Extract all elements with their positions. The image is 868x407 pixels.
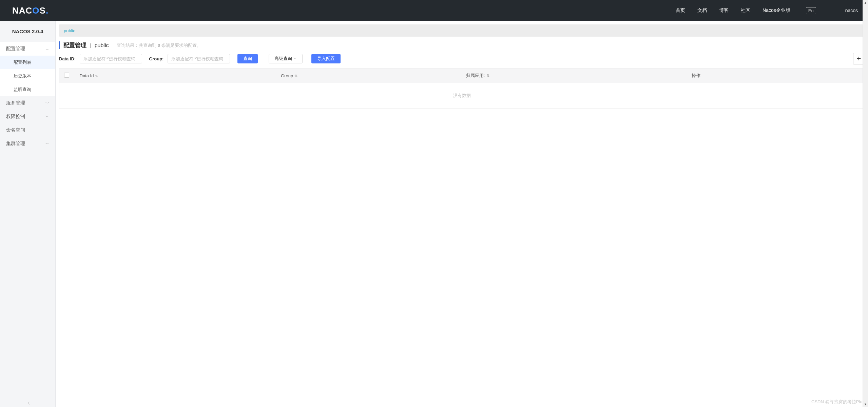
col-dataid[interactable]: Data Id⇅ <box>75 69 276 83</box>
empty-row: 没有数据 <box>59 83 865 109</box>
scroll-track[interactable] <box>863 5 868 402</box>
sidebar: NACOS 2.0.4 配置管理 ︿ 配置列表 历史版本 监听查询 服务管理 ﹀… <box>0 21 56 407</box>
import-config-button[interactable]: 导入配置 <box>311 54 341 63</box>
nav-enterprise[interactable]: Nacos企业版 <box>763 7 790 14</box>
logo-part1: NAC <box>12 5 32 16</box>
search-bar: Data ID: Group: 查询 高级查询 ﹀ 导入配置 + <box>59 54 865 63</box>
top-header: NACOS. 首页 文档 博客 社区 Nacos企业版 En nacos <box>0 0 868 21</box>
logo-part2: O <box>32 5 39 16</box>
menu-label: 权限控制 <box>6 114 25 120</box>
sidebar-title: NACOS 2.0.4 <box>0 21 55 42</box>
main-content: public 配置管理 | public 查询结果：共查询到 0 条满足要求的配… <box>56 21 868 407</box>
title-divider: | <box>90 43 91 48</box>
nav-docs[interactable]: 文档 <box>697 7 707 14</box>
chevron-down-icon: ﹀ <box>293 56 297 61</box>
search-button[interactable]: 查询 <box>237 54 258 63</box>
menu-label: 命名空间 <box>6 127 25 133</box>
empty-message: 没有数据 <box>59 83 865 109</box>
group-label: Group: <box>149 56 163 61</box>
chevron-down-icon: ﹀ <box>45 114 49 119</box>
col-actions: 操作 <box>687 69 865 83</box>
menu-config-management[interactable]: 配置管理 ︿ <box>0 42 55 56</box>
nav-community[interactable]: 社区 <box>741 7 750 14</box>
logo[interactable]: NACOS. <box>12 5 49 16</box>
sidebar-menu: 配置管理 ︿ 配置列表 历史版本 监听查询 服务管理 ﹀ 权限控制 ﹀ 命名空间… <box>0 42 55 407</box>
nav-home[interactable]: 首页 <box>676 7 685 14</box>
menu-cluster[interactable]: 集群管理 ﹀ <box>0 137 55 151</box>
logo-part3: S <box>40 5 46 16</box>
chevron-up-icon: ︿ <box>45 46 49 52</box>
scroll-up-icon[interactable]: ▲ <box>863 0 868 5</box>
plus-icon: + <box>857 54 861 63</box>
sort-icon: ⇅ <box>95 74 98 78</box>
submenu-config: 配置列表 历史版本 监听查询 <box>0 56 55 96</box>
browser-scrollbar[interactable]: ▲ ▼ <box>863 0 868 407</box>
sort-icon: ⇅ <box>294 74 297 78</box>
page-subtitle: public <box>95 42 109 49</box>
chevron-down-icon: ﹀ <box>45 101 49 106</box>
watermark: CSDN @寻找窝的考拉Plus <box>811 399 865 405</box>
page-title: 配置管理 <box>63 41 86 49</box>
submenu-listener[interactable]: 监听查询 <box>0 83 55 96</box>
checkbox-icon[interactable] <box>64 73 69 78</box>
submenu-config-list[interactable]: 配置列表 <box>0 56 55 69</box>
query-result-hint: 查询结果：共查询到 0 条满足要求的配置。 <box>117 42 201 49</box>
sidebar-collapse-button[interactable]: 〈 <box>0 399 55 407</box>
scroll-down-icon[interactable]: ▼ <box>863 402 868 407</box>
logo-dot-icon: . <box>46 5 49 16</box>
menu-service-management[interactable]: 服务管理 ﹀ <box>0 96 55 110</box>
col-group[interactable]: Group⇅ <box>276 69 461 83</box>
chevron-left-icon: 〈 <box>26 400 30 406</box>
nav-blog[interactable]: 博客 <box>719 7 729 14</box>
language-toggle[interactable]: En <box>806 7 816 14</box>
menu-permission[interactable]: 权限控制 ﹀ <box>0 110 55 123</box>
advanced-search-button[interactable]: 高级查询 ﹀ <box>269 54 303 63</box>
sort-icon: ⇅ <box>486 74 489 78</box>
dataid-input[interactable] <box>80 54 142 63</box>
menu-label: 配置管理 <box>6 46 25 52</box>
top-nav: 首页 文档 博客 社区 Nacos企业版 En nacos <box>676 7 861 14</box>
menu-label: 集群管理 <box>6 141 25 147</box>
namespace-tabs: public <box>59 24 865 37</box>
group-input[interactable] <box>168 54 230 63</box>
user-name[interactable]: nacos <box>845 8 858 13</box>
col-app[interactable]: 归属应用:⇅ <box>461 69 687 83</box>
select-all-header[interactable] <box>59 69 75 83</box>
submenu-history[interactable]: 历史版本 <box>0 69 55 83</box>
menu-label: 服务管理 <box>6 100 25 106</box>
chevron-down-icon: ﹀ <box>45 141 49 147</box>
config-table: Data Id⇅ Group⇅ 归属应用:⇅ 操作 没有数据 <box>59 68 865 109</box>
page-header: 配置管理 | public 查询结果：共查询到 0 条满足要求的配置。 <box>59 41 865 49</box>
menu-namespace[interactable]: 命名空间 <box>0 123 55 137</box>
dataid-label: Data ID: <box>59 56 76 61</box>
namespace-tab-public[interactable]: public <box>64 28 75 33</box>
